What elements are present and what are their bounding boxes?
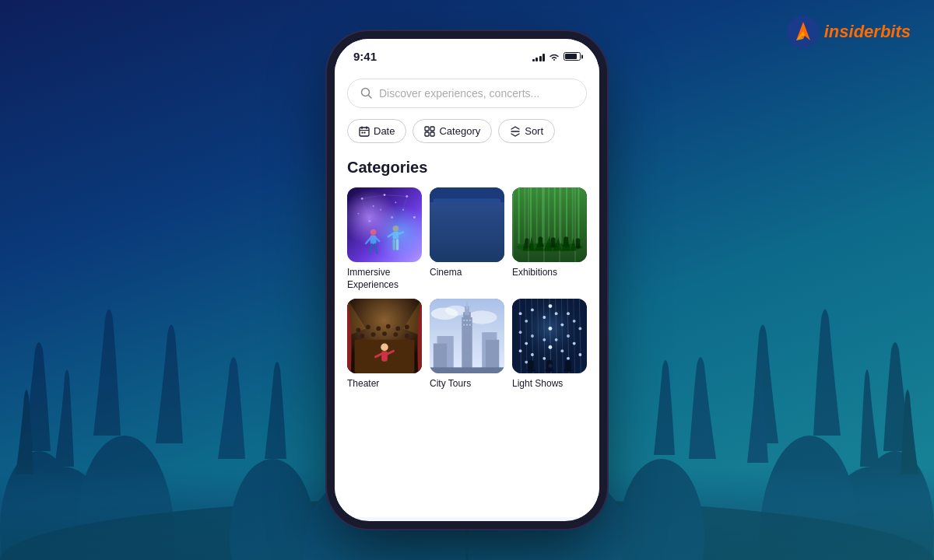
svg-point-35: [413, 216, 416, 219]
category-item-cinema[interactable]: Cinema: [430, 187, 504, 291]
svg-point-158: [567, 334, 570, 338]
svg-point-28: [395, 201, 396, 203]
svg-point-78: [516, 243, 583, 252]
category-item-exhibitions[interactable]: Exhibitions: [512, 187, 587, 291]
search-placeholder: Discover experiences, concerts...: [379, 87, 539, 100]
svg-rect-113: [463, 320, 465, 321]
grid-icon: [424, 126, 435, 137]
svg-point-160: [573, 320, 576, 323]
svg-point-150: [549, 327, 553, 331]
svg-point-163: [578, 353, 581, 356]
svg-rect-20: [364, 131, 366, 133]
svg-rect-71: [542, 187, 543, 243]
category-image-theater: [347, 299, 422, 373]
category-item-cityscape[interactable]: City Tours: [430, 299, 504, 390]
svg-point-162: [578, 327, 581, 331]
svg-rect-169: [565, 360, 571, 370]
svg-line-36: [362, 195, 384, 199]
svg-rect-114: [466, 320, 468, 321]
svg-rect-167: [546, 360, 553, 370]
svg-point-61: [478, 236, 482, 240]
category-label-cinema: Cinema: [430, 267, 504, 279]
svg-point-87: [575, 246, 581, 249]
svg-point-33: [391, 216, 393, 219]
svg-rect-66: [512, 187, 587, 262]
category-label-theater: Theater: [347, 378, 422, 390]
logo-icon: [787, 16, 820, 48]
svg-point-55: [444, 226, 459, 241]
svg-point-31: [368, 220, 370, 222]
svg-rect-73: [554, 187, 556, 243]
svg-rect-109: [462, 317, 472, 373]
svg-line-48: [388, 234, 393, 237]
category-image-exhibitions: [512, 187, 587, 262]
svg-point-154: [555, 338, 558, 341]
svg-line-43: [376, 238, 379, 241]
svg-rect-68: [524, 187, 525, 243]
svg-rect-75: [566, 187, 567, 243]
svg-point-98: [360, 334, 364, 338]
svg-line-49: [399, 233, 403, 234]
category-item-theater[interactable]: Theater: [347, 299, 422, 390]
svg-point-102: [405, 334, 409, 338]
category-item-immersive[interactable]: Immersive Experiences: [347, 187, 422, 291]
svg-rect-23: [425, 132, 429, 136]
svg-point-29: [406, 195, 408, 198]
svg-rect-76: [572, 187, 574, 243]
svg-point-151: [549, 345, 553, 349]
battery-icon: [564, 52, 581, 61]
svg-point-99: [371, 332, 376, 337]
svg-point-156: [560, 349, 564, 352]
svg-point-63: [477, 225, 489, 236]
svg-point-155: [560, 324, 564, 327]
category-filter-button[interactable]: Category: [413, 119, 492, 143]
category-image-cityscape: [430, 299, 504, 373]
svg-rect-165: [528, 360, 534, 370]
svg-rect-51: [396, 239, 399, 250]
search-bar[interactable]: Discover experiences, concerts...: [347, 79, 587, 108]
svg-point-157: [567, 312, 570, 315]
svg-point-81: [537, 244, 545, 247]
svg-point-34: [402, 209, 404, 211]
svg-point-143: [531, 309, 534, 312]
category-label-exhibitions: Exhibitions: [512, 267, 587, 279]
svg-rect-118: [469, 324, 471, 326]
svg-point-83: [550, 245, 557, 248]
svg-line-37: [384, 195, 407, 197]
svg-point-92: [356, 328, 361, 333]
svg-rect-82: [539, 236, 543, 246]
svg-point-95: [386, 324, 391, 329]
svg-point-94: [376, 327, 381, 331]
svg-rect-117: [466, 324, 468, 326]
phone-screen: 9:41: [335, 39, 599, 521]
phone-content[interactable]: Discover experiences, concerts...: [335, 69, 599, 517]
svg-point-26: [373, 205, 374, 207]
svg-point-30: [357, 213, 359, 215]
svg-rect-88: [576, 238, 581, 247]
svg-point-103: [381, 344, 388, 352]
sort-filter-button[interactable]: Sort: [498, 119, 555, 143]
svg-rect-115: [469, 320, 471, 321]
category-item-lights[interactable]: Light Shows: [512, 299, 587, 390]
category-label-immersive: Immersive Experiences: [347, 267, 422, 291]
svg-rect-69: [530, 187, 532, 243]
svg-point-79: [523, 246, 531, 249]
svg-point-93: [366, 325, 370, 330]
svg-point-159: [567, 357, 570, 360]
date-filter-button[interactable]: Date: [347, 119, 406, 143]
svg-point-153: [555, 312, 558, 315]
signal-icon: [532, 52, 546, 61]
svg-rect-65: [512, 187, 587, 262]
svg-point-32: [380, 209, 381, 211]
svg-point-25: [361, 198, 363, 200]
phone-mockup: 9:41: [335, 39, 599, 521]
svg-rect-50: [393, 239, 395, 250]
svg-point-60: [475, 234, 479, 239]
svg-rect-58: [471, 240, 481, 244]
svg-point-139: [519, 349, 522, 352]
svg-point-46: [393, 226, 399, 232]
svg-point-100: [382, 331, 387, 336]
svg-line-45: [375, 244, 377, 254]
svg-point-62: [473, 233, 477, 236]
svg-rect-19: [362, 131, 363, 133]
